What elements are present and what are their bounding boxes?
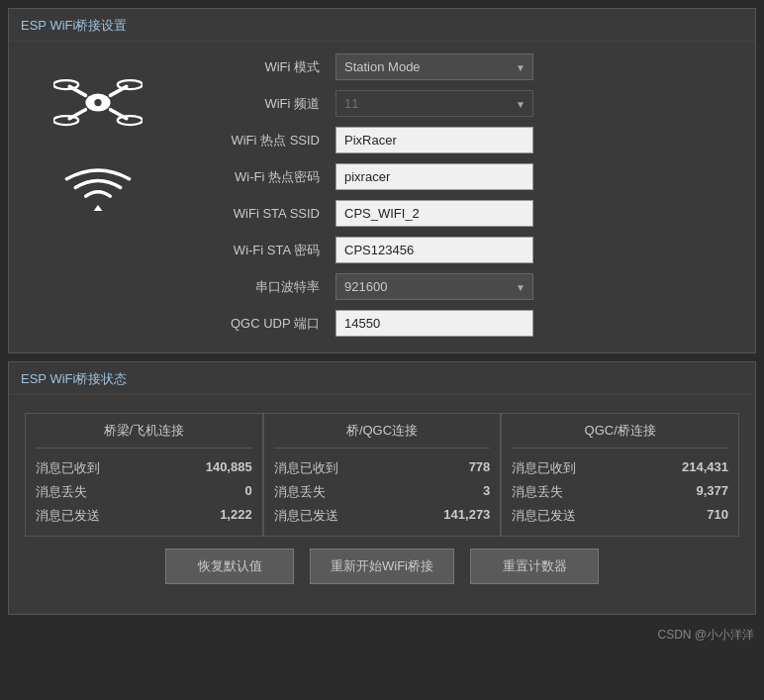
qgc-udp-control <box>335 310 533 337</box>
value-lost-3: 9,377 <box>696 483 728 501</box>
wifi-mode-control: Access Point Mode Station Mode <box>335 53 533 80</box>
svg-point-9 <box>94 99 101 106</box>
status-content: 桥梁/飞机连接 消息已收到 140,885 消息丢失 0 消息已发送 1,222… <box>9 395 755 614</box>
status-row-lost-1: 消息丢失 0 <box>36 480 252 504</box>
wifi-hotspot-pwd-row: Wi-Fi 热点密码 <box>167 163 735 190</box>
col3-title: QGC/桥连接 <box>512 422 728 449</box>
status-col-qgc-bridge: QGC/桥连接 消息已收到 214,431 消息丢失 9,377 消息已发送 7… <box>501 413 739 537</box>
label-lost-2: 消息丢失 <box>274 483 326 501</box>
wifi-hotspot-pwd-control <box>335 163 533 190</box>
value-received-1: 140,885 <box>206 459 252 477</box>
wifi-sta-pwd-control <box>335 237 533 263</box>
wifi-mode-select-wrapper: Access Point Mode Station Mode <box>335 53 533 80</box>
wifi-hotspot-pwd-input[interactable] <box>335 163 533 190</box>
wifi-sta-ssid-label: WiFi STA SSID <box>167 206 335 221</box>
serial-baud-row: 串口波特率 9600 57600 115200 921600 <box>167 273 735 300</box>
serial-baud-select-wrapper: 9600 57600 115200 921600 <box>335 273 533 300</box>
label-sent-1: 消息已发送 <box>36 507 100 525</box>
status-row-lost-2: 消息丢失 3 <box>274 480 491 504</box>
serial-baud-control: 9600 57600 115200 921600 <box>335 273 533 300</box>
config-title: ESP WiFi桥接设置 <box>9 9 755 42</box>
status-row-sent-2: 消息已发送 141,273 <box>274 504 491 528</box>
wifi-sta-ssid-control <box>335 200 533 227</box>
value-sent-1: 1,222 <box>220 507 252 525</box>
drone-icon <box>53 73 143 133</box>
wifi-mode-label: WiFi 模式 <box>167 58 335 76</box>
action-buttons-row: 恢复默认值 重新开始WiFi桥接 重置计数器 <box>25 537 739 600</box>
wifi-channel-select: 11 <box>335 90 533 117</box>
wifi-mode-row: WiFi 模式 Access Point Mode Station Mode <box>167 53 735 80</box>
status-col-bridge-aircraft: 桥梁/飞机连接 消息已收到 140,885 消息丢失 0 消息已发送 1,222 <box>25 413 263 537</box>
svg-point-5 <box>53 80 78 89</box>
serial-baud-label: 串口波特率 <box>167 278 335 296</box>
reset-defaults-button[interactable]: 恢复默认值 <box>165 549 294 584</box>
form-column: WiFi 模式 Access Point Mode Station Mode W… <box>167 53 735 337</box>
status-grid: 桥梁/飞机连接 消息已收到 140,885 消息丢失 0 消息已发送 1,222… <box>25 413 739 537</box>
icons-column <box>29 53 167 212</box>
wifi-hotspot-ssid-row: WiFi 热点 SSID <box>167 127 735 153</box>
status-row-lost-3: 消息丢失 9,377 <box>512 480 728 504</box>
value-sent-3: 710 <box>707 507 728 525</box>
watermark: CSDN @小小洋洋 <box>0 623 764 650</box>
status-row-sent-1: 消息已发送 1,222 <box>36 504 252 528</box>
svg-point-6 <box>118 80 143 89</box>
status-row-received-2: 消息已收到 778 <box>274 456 491 480</box>
label-sent-2: 消息已发送 <box>274 507 338 525</box>
svg-point-7 <box>53 116 78 125</box>
wifi-hotspot-ssid-input[interactable] <box>335 127 533 153</box>
reset-counter-button[interactable]: 重置计数器 <box>470 549 599 584</box>
value-lost-2: 3 <box>483 483 490 501</box>
svg-point-8 <box>118 116 143 125</box>
label-received-2: 消息已收到 <box>274 459 338 477</box>
wifi-signal-icon <box>63 162 133 212</box>
status-section: ESP WiFi桥接状态 桥梁/飞机连接 消息已收到 140,885 消息丢失 … <box>8 361 756 615</box>
label-received-1: 消息已收到 <box>36 459 100 477</box>
qgc-udp-input[interactable] <box>335 310 533 337</box>
wifi-channel-row: WiFi 频道 11 <box>167 90 735 117</box>
qgc-udp-row: QGC UDP 端口 <box>167 310 735 337</box>
wifi-channel-control: 11 <box>335 90 533 117</box>
wifi-sta-pwd-input[interactable] <box>335 237 533 263</box>
wifi-sta-ssid-row: WiFi STA SSID <box>167 200 735 227</box>
qgc-udp-label: QGC UDP 端口 <box>167 315 335 333</box>
value-received-3: 214,431 <box>682 459 728 477</box>
label-received-3: 消息已收到 <box>512 459 576 477</box>
serial-baud-select[interactable]: 9600 57600 115200 921600 <box>335 273 533 300</box>
wifi-hotspot-pwd-label: Wi-Fi 热点密码 <box>167 168 335 186</box>
status-title: ESP WiFi桥接状态 <box>9 362 755 395</box>
status-col-bridge-qgc: 桥/QGC连接 消息已收到 778 消息丢失 3 消息已发送 141,273 <box>263 413 502 537</box>
status-row-received-3: 消息已收到 214,431 <box>512 456 728 480</box>
wifi-sta-pwd-label: Wi-Fi STA 密码 <box>167 242 335 259</box>
label-lost-3: 消息丢失 <box>512 483 563 501</box>
col1-title: 桥梁/飞机连接 <box>36 422 252 449</box>
label-sent-3: 消息已发送 <box>512 507 576 525</box>
wifi-sta-pwd-row: Wi-Fi STA 密码 <box>167 237 735 263</box>
value-sent-2: 141,273 <box>443 507 490 525</box>
config-section: ESP WiFi桥接设置 <box>8 8 756 353</box>
wifi-sta-ssid-input[interactable] <box>335 200 533 227</box>
status-row-received-1: 消息已收到 140,885 <box>36 456 252 480</box>
restart-wifi-button[interactable]: 重新开始WiFi桥接 <box>310 549 454 584</box>
wifi-hotspot-ssid-label: WiFi 热点 SSID <box>167 132 335 150</box>
label-lost-1: 消息丢失 <box>36 483 87 501</box>
value-received-2: 778 <box>469 459 491 477</box>
wifi-mode-select[interactable]: Access Point Mode Station Mode <box>335 53 533 80</box>
wifi-channel-label: WiFi 频道 <box>167 95 335 113</box>
wifi-channel-select-wrapper: 11 <box>335 90 533 117</box>
wifi-hotspot-ssid-control <box>335 127 533 153</box>
col2-title: 桥/QGC连接 <box>274 422 491 449</box>
status-row-sent-3: 消息已发送 710 <box>512 504 728 528</box>
value-lost-1: 0 <box>244 483 251 501</box>
